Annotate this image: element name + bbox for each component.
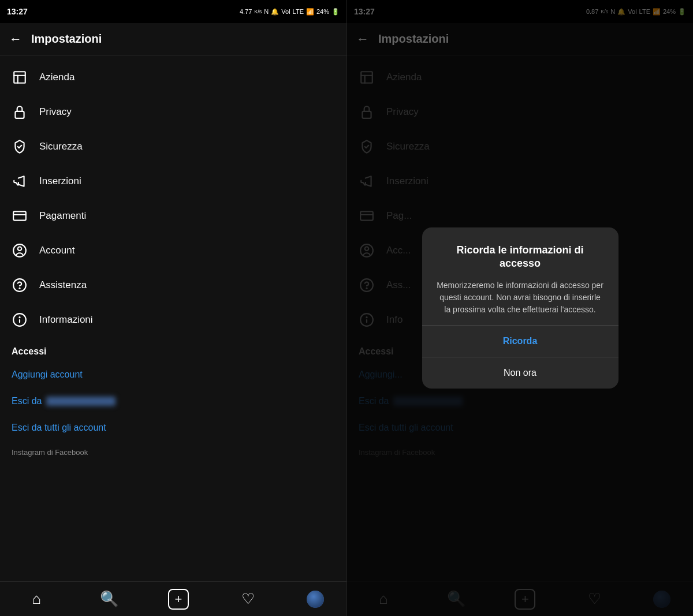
back-button-left[interactable]: ← — [9, 32, 22, 47]
header-left: ← Impostazioni — [0, 23, 346, 55]
remember-login-dialog: Ricorda le informazioni di accesso Memor… — [422, 227, 619, 389]
dialog-remember-button[interactable]: Ricorda — [422, 325, 619, 357]
dialog-actions: Ricorda Non ora — [422, 325, 619, 389]
section-accessi-left: Accessi — [0, 337, 346, 361]
dialog-message: Memorizzeremo le informazioni di accesso… — [436, 279, 605, 316]
dialog-title: Ricorda le informazioni di accesso — [436, 244, 605, 271]
sicurezza-label-left: Sicurezza — [39, 141, 83, 152]
shield-icon-left — [12, 139, 28, 155]
bottom-nav-left: ⌂ 🔍 + ♡ — [0, 581, 346, 616]
settings-item-privacy-left[interactable]: Privacy — [0, 95, 346, 129]
right-phone-panel: 13:27 0.87 K/s N 🔔 Vol LTE 📶 24% 🔋 ← Imp… — [346, 0, 693, 616]
search-nav-left[interactable]: 🔍 — [95, 585, 123, 613]
privacy-label-left: Privacy — [39, 106, 72, 118]
aggiungi-account-left[interactable]: Aggiungi account — [0, 361, 346, 388]
building-icon-left — [12, 69, 28, 85]
account-label-left: Account — [39, 245, 74, 256]
dialog-overlay: Ricorda le informazioni di accesso Memor… — [347, 0, 693, 616]
svg-rect-5 — [13, 211, 26, 220]
dialog-not-now-button[interactable]: Non ora — [422, 357, 619, 389]
page-title-left: Impostazioni — [31, 32, 102, 46]
left-phone-panel: 13:27 4.77 K/s N 🔔 Vol LTE 📶 24% 🔋 ← Imp… — [0, 0, 346, 616]
status-bar-left: 13:27 4.77 K/s N 🔔 Vol LTE 📶 24% 🔋 — [0, 0, 346, 23]
username-blurred-left — [46, 397, 116, 406]
info-circle-icon-left — [12, 312, 28, 328]
svg-rect-3 — [15, 111, 24, 118]
dialog-body: Ricorda le informazioni di accesso Memor… — [422, 227, 619, 316]
user-circle-icon-left — [12, 242, 28, 259]
heart-nav-left[interactable]: ♡ — [234, 585, 262, 613]
add-nav-left[interactable]: + — [168, 589, 189, 610]
azienda-label-left: Azienda — [39, 72, 74, 83]
svg-point-8 — [18, 247, 22, 251]
informazioni-label-left: Informazioni — [39, 314, 93, 326]
esci-tutti-left[interactable]: Esci da tutti gli account — [0, 415, 346, 441]
assistenza-label-left: Assistenza — [39, 279, 87, 291]
svg-rect-0 — [14, 72, 25, 83]
settings-item-assistenza-left[interactable]: Assistenza — [0, 268, 346, 303]
settings-item-account-left[interactable]: Account — [0, 233, 346, 268]
credit-card-icon-left — [12, 208, 28, 224]
help-circle-icon-left — [12, 277, 28, 293]
footer-left: Instagram di Facebook — [0, 441, 346, 461]
settings-item-pagamenti-left[interactable]: Pagamenti — [0, 199, 346, 233]
megaphone-icon-left — [12, 173, 28, 189]
settings-item-azienda-left[interactable]: Azienda — [0, 60, 346, 95]
settings-item-informazioni-left[interactable]: Informazioni — [0, 303, 346, 337]
settings-item-sicurezza-left[interactable]: Sicurezza — [0, 129, 346, 164]
status-icons-left: 4.77 K/s N 🔔 Vol LTE 📶 24% 🔋 — [240, 8, 340, 16]
lock-icon-left — [12, 104, 28, 120]
esci-da-left[interactable]: Esci da — [0, 388, 346, 415]
pagamenti-label-left: Pagamenti — [39, 210, 86, 222]
status-time-left: 13:27 — [7, 7, 28, 16]
inserzioni-label-left: Inserzioni — [39, 176, 81, 187]
settings-list-left: Azienda Privacy Sicurezza Inserzioni — [0, 55, 346, 581]
settings-item-inserzioni-left[interactable]: Inserzioni — [0, 164, 346, 199]
avatar-nav-left[interactable] — [307, 591, 324, 608]
home-nav-left[interactable]: ⌂ — [23, 585, 50, 613]
